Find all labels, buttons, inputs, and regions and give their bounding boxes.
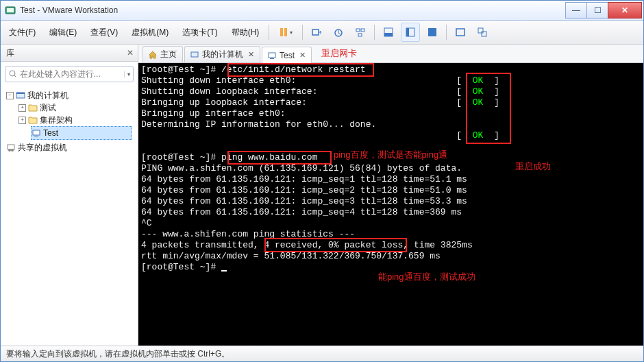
toolbar-unity-button[interactable] [473,23,492,42]
vm-icon [268,51,276,60]
annot-box-restart-cmd [227,63,374,77]
library-close-button[interactable]: ✕ [127,48,134,58]
annotation-ping-baidu: ping百度，测试是否能ping通 [334,149,447,161]
svg-rect-7 [361,29,364,32]
svg-rect-21 [33,130,40,135]
toolbar-pause-button[interactable] [273,23,298,42]
window-minimize-button[interactable]: — [565,2,587,19]
svg-rect-27 [269,53,275,58]
menu-tabs[interactable]: 选项卡(T) [177,24,223,41]
toolbar-sidepanel-button[interactable] [401,23,420,42]
menu-edit[interactable]: 编辑(E) [44,24,82,41]
tab-test[interactable]: Test✕ [262,47,312,63]
svg-rect-16 [482,32,486,36]
search-dropdown[interactable]: ▾ [124,71,133,77]
annot-box-ping-stats [264,238,407,252]
monitor-icon [190,51,199,59]
svg-rect-1 [7,8,14,12]
svg-rect-26 [191,52,198,57]
toolbar-thumbstrip-button[interactable] [379,23,398,42]
library-title: 库 [6,47,14,59]
svg-rect-14 [456,29,465,36]
tree-root-mycomputer[interactable]: −我的计算机 [6,89,132,101]
status-text: 要将输入定向到该虚拟机，请在虚拟机内部单击或按 Ctrl+G。 [6,348,230,360]
window-close-button[interactable]: ✕ [608,2,642,19]
svg-rect-10 [384,33,393,36]
svg-rect-6 [356,29,360,32]
svg-rect-2 [280,28,283,36]
menu-help[interactable]: 帮助(H) [226,24,265,41]
search-icon [8,69,16,79]
tab-home[interactable]: 主页 [143,46,183,62]
tab-mycomputer[interactable]: 我的计算机✕ [184,46,260,62]
svg-point-25 [11,149,14,152]
toolbar-fullscreen-button[interactable] [451,23,470,42]
library-tree: −我的计算机 +测试 +集群架构 Test 共享的虚拟机 [1,86,138,156]
menu-vm[interactable]: 虚拟机(M) [126,24,174,41]
tree-shared-vms[interactable]: 共享的虚拟机 [6,141,132,154]
svg-rect-4 [312,29,319,35]
svg-rect-23 [8,145,14,149]
toolbar-quickswitch-button[interactable] [423,23,442,42]
titlebar: Test - VMware Workstation — ☐ ✕ [1,1,643,21]
annot-box-ok-column [466,73,511,144]
svg-rect-15 [478,28,483,33]
toolbar-send-button[interactable] [307,23,326,42]
tree-folder-test-cn[interactable]: +测试 [18,101,132,114]
menu-file[interactable]: 文件(F) [3,24,41,41]
tab-close-icon[interactable]: ✕ [299,51,306,60]
svg-rect-13 [428,28,436,36]
menu-view[interactable]: 查看(V) [85,24,123,41]
terminal[interactable]: [root@Test ~]# /etc/init.d/network resta… [138,63,643,346]
svg-point-17 [10,71,15,76]
menubar: 文件(F) 编辑(E) 查看(V) 虚拟机(M) 选项卡(T) 帮助(H) [1,21,643,45]
svg-line-18 [14,75,16,77]
toolbar-snapshot-button[interactable] [329,23,348,42]
annotation-restart-nic: 重启网卡 [321,47,357,60]
svg-point-24 [8,149,11,152]
annot-box-ping-cmd [227,151,332,165]
svg-rect-22 [34,136,38,136]
tree-folder-cluster[interactable]: +集群架构 [18,114,132,126]
library-header: 库 ✕ [1,45,138,62]
svg-rect-12 [406,28,409,36]
annotation-ping-ok: 能ping通百度，测试成功 [378,271,475,283]
annotation-restart-success: 重启成功 [515,160,551,173]
tab-close-icon[interactable]: ✕ [248,50,254,59]
app-icon [5,5,16,16]
svg-rect-20 [16,93,25,94]
toolbar-manage-snapshot-button[interactable] [351,23,370,42]
statusbar: 要将输入定向到该虚拟机，请在虚拟机内部单击或按 Ctrl+G。 [1,346,643,361]
tree-vm-test[interactable]: Test [31,126,132,140]
search-input[interactable] [18,69,124,80]
window-title: Test - VMware Workstation [20,5,118,15]
home-icon [149,51,157,59]
library-search: ▾ [5,66,134,82]
svg-rect-28 [270,58,274,59]
sidebar: 库 ✕ ▾ −我的计算机 +测试 +集群架构 Test 共享的虚拟机 [1,45,138,346]
tabstrip: 主页 我的计算机✕ Test✕ 重启网卡 [138,45,643,63]
window-maximize-button[interactable]: ☐ [586,2,608,19]
svg-rect-8 [358,34,362,36]
svg-rect-3 [284,28,287,36]
